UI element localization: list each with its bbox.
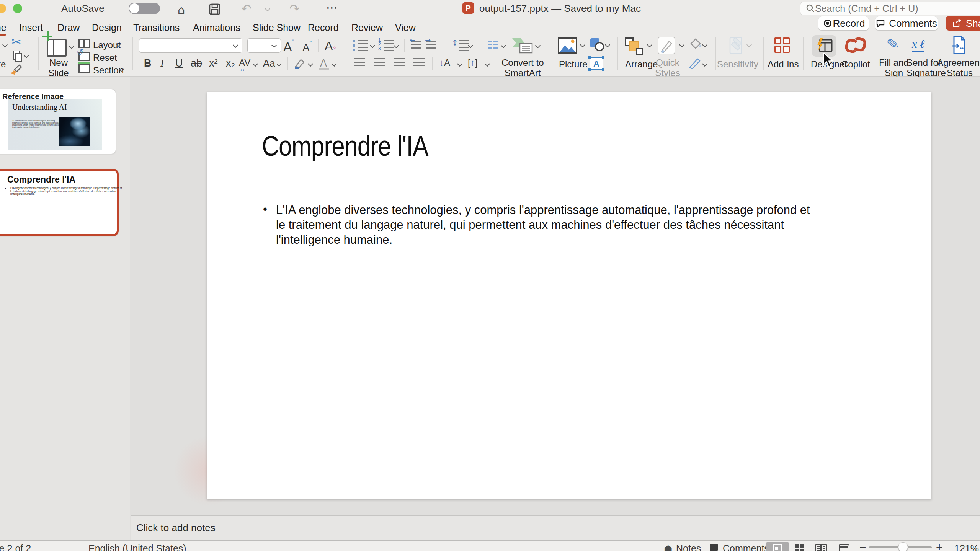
shape-outline-chevron[interactable] xyxy=(702,61,707,67)
notes-pane[interactable]: Click to add notes xyxy=(131,515,980,540)
reset-label[interactable]: Reset xyxy=(93,52,117,63)
add-ins-icon[interactable] xyxy=(774,37,790,53)
tab-view[interactable]: View xyxy=(395,22,416,33)
copy-icon[interactable] xyxy=(13,51,20,60)
highlight-color-chevron[interactable] xyxy=(308,61,313,67)
search-input[interactable] xyxy=(815,3,980,14)
clear-formatting-icon[interactable]: A▫ xyxy=(325,39,336,53)
highlight-color-icon[interactable] xyxy=(293,58,306,69)
layout-icon[interactable] xyxy=(78,39,90,48)
superscript-button[interactable]: x² xyxy=(209,57,218,69)
slide-canvas[interactable]: Comprendre l'IA • L'IA englobe diverses … xyxy=(207,92,931,499)
zoom-level[interactable]: 121% xyxy=(954,543,979,551)
font-color-chevron[interactable] xyxy=(332,61,337,67)
convert-smartart-label[interactable]: Convert toSmartArt xyxy=(501,57,544,78)
copy-dropdown-chevron[interactable] xyxy=(24,53,29,58)
italic-button[interactable]: I xyxy=(160,57,164,69)
tab-transitions[interactable]: Transitions xyxy=(133,22,180,33)
justify-icon[interactable] xyxy=(413,58,425,68)
search-box[interactable] xyxy=(800,2,980,15)
numbering-icon[interactable]: 123 xyxy=(378,40,394,51)
slideshow-view-button[interactable] xyxy=(833,542,856,551)
tab-animations[interactable]: Animations xyxy=(193,22,240,33)
numbering-chevron[interactable] xyxy=(394,43,399,48)
save-icon[interactable] xyxy=(209,3,220,15)
redo-icon[interactable]: ↷ xyxy=(289,2,300,16)
line-spacing-chevron[interactable] xyxy=(468,43,473,48)
tab-insert[interactable]: Insert xyxy=(19,22,43,33)
send-for-signature-icon[interactable]: x ℓ xyxy=(912,37,924,52)
language-status[interactable]: English (United States) xyxy=(88,543,186,551)
text-direction-chevron[interactable] xyxy=(457,61,462,67)
tab-design[interactable]: Design xyxy=(92,22,122,33)
notes-placeholder[interactable]: Click to add notes xyxy=(136,522,216,534)
font-name-combo[interactable] xyxy=(139,38,242,53)
document-title[interactable]: output-157.pptx — Saved to my Mac xyxy=(479,3,641,15)
paste-dropdown-chevron[interactable] xyxy=(2,42,8,47)
more-commands-icon[interactable]: ⋯ xyxy=(326,1,338,14)
minimize-window-button[interactable] xyxy=(0,4,6,13)
new-slide-label[interactable]: NewSlide xyxy=(41,57,76,78)
picture-icon[interactable] xyxy=(558,37,577,54)
smartart-icon[interactable] xyxy=(511,36,533,54)
notes-toggle-icon[interactable]: ⏏ xyxy=(664,542,673,551)
new-slide-icon[interactable] xyxy=(47,39,67,57)
thumbnail-slide-2-selected[interactable]: Comprendre l'IA • L'IA englobe diverses … xyxy=(0,169,119,236)
fill-and-sign-icon[interactable]: ✎ xyxy=(885,34,901,54)
home-icon[interactable]: ⌂ xyxy=(178,3,185,16)
shapes-dropdown-chevron[interactable] xyxy=(605,42,610,47)
picture-label[interactable]: Picture xyxy=(559,59,588,69)
send-for-signature-label[interactable]: Send forSignature xyxy=(906,57,937,78)
align-text-icon[interactable]: [↑] xyxy=(468,57,477,68)
tab-review[interactable]: Review xyxy=(351,22,383,33)
comments-button[interactable]: Comments xyxy=(875,16,938,31)
sensitivity-chevron[interactable] xyxy=(746,42,752,47)
bullets-icon[interactable] xyxy=(353,40,368,51)
autosave-toggle[interactable] xyxy=(129,3,160,14)
tab-record[interactable]: Record xyxy=(308,22,339,33)
text-box-icon[interactable]: A xyxy=(590,57,603,70)
slide-body-text[interactable]: L'IA englobe diverses technologies, y co… xyxy=(276,202,810,247)
zoom-slider-knob[interactable] xyxy=(898,542,908,551)
comments-toggle-icon[interactable] xyxy=(710,544,718,551)
zoom-in-button[interactable]: + xyxy=(936,541,943,551)
change-case-button[interactable]: Aa xyxy=(263,57,275,69)
shape-fill-icon[interactable] xyxy=(690,38,702,49)
shape-outline-icon[interactable] xyxy=(688,58,701,69)
text-direction-icon[interactable]: ↓A xyxy=(439,57,450,68)
columns-chevron[interactable] xyxy=(501,43,506,48)
tab-draw[interactable]: Draw xyxy=(57,22,80,33)
reading-view-button[interactable] xyxy=(810,542,833,551)
zoom-out-button[interactable]: − xyxy=(859,541,866,551)
section-label[interactable]: Section xyxy=(93,65,124,75)
shrink-font-icon[interactable]: Aˇ xyxy=(302,41,312,54)
sensitivity-label[interactable]: Sensitivity xyxy=(717,59,759,69)
align-text-chevron[interactable] xyxy=(485,61,490,67)
format-painter-icon[interactable] xyxy=(9,64,23,75)
zoom-window-button[interactable] xyxy=(13,4,22,13)
shape-fill-chevron[interactable] xyxy=(702,42,707,47)
record-button[interactable]: Record xyxy=(818,16,869,31)
quick-styles-chevron[interactable] xyxy=(679,42,684,47)
copilot-icon[interactable] xyxy=(845,37,865,54)
underline-button[interactable]: U xyxy=(175,57,183,69)
sensitivity-icon[interactable] xyxy=(728,37,744,55)
font-size-combo[interactable] xyxy=(247,38,281,53)
copilot-label[interactable]: Copilot xyxy=(841,59,870,69)
agreement-status-label[interactable]: AgreementStatus xyxy=(937,57,980,78)
tab-home[interactable]: Home xyxy=(0,22,7,33)
tab-slide-show[interactable]: Slide Show xyxy=(253,22,301,33)
paste-label[interactable]: Paste xyxy=(0,59,6,69)
thumbnail-slide-1[interactable]: Reference Image Understanding AI AI enco… xyxy=(0,89,116,154)
strikethrough-button[interactable]: ab xyxy=(191,57,202,69)
quick-styles-icon[interactable] xyxy=(658,37,675,54)
align-left-icon[interactable] xyxy=(354,58,365,68)
fill-and-sign-label[interactable]: Fill andSign xyxy=(879,57,909,78)
arrange-icon[interactable] xyxy=(625,37,644,54)
undo-dropdown-chevron[interactable] xyxy=(265,6,270,11)
smartart-chevron[interactable] xyxy=(535,43,541,48)
quick-styles-label[interactable]: QuickStyles xyxy=(652,57,683,78)
font-color-button[interactable]: A xyxy=(320,57,327,69)
undo-icon[interactable]: ↶ xyxy=(241,2,252,16)
new-slide-dropdown-chevron[interactable] xyxy=(69,44,74,49)
